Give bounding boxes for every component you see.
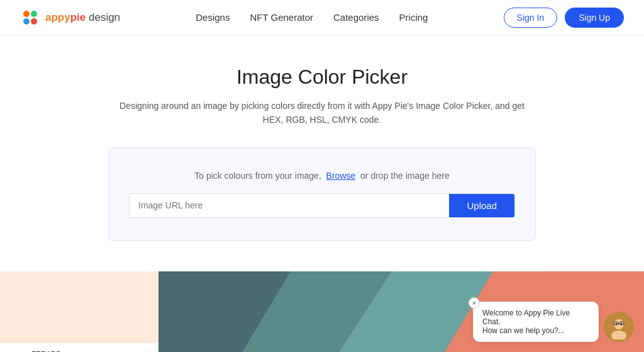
header: appypie design Designs NFT Generator Cat… (0, 0, 644, 35)
main-nav: Designs NFT Generator Categories Pricing (196, 12, 428, 23)
nav-item-pricing[interactable]: Pricing (399, 12, 428, 23)
logo-icon (20, 8, 40, 28)
signup-button[interactable]: Sign Up (565, 8, 624, 28)
svg-point-14 (621, 323, 623, 325)
header-actions: Sign In Sign Up (504, 8, 624, 28)
color-swatch-bg (0, 271, 158, 343)
upload-row: Upload (129, 193, 515, 218)
page-title: Image Color Picker (13, 65, 631, 89)
nav-item-designs[interactable]: Designs (196, 12, 230, 23)
svg-point-1 (31, 11, 37, 17)
chat-widget: × Welcome to Appy Pie Live Chat. How can… (473, 302, 634, 342)
upload-prompt-text: To pick colours from your image, (194, 171, 321, 181)
hero-wrapper: Image Color Picker Designing around an i… (0, 35, 644, 271)
svg-point-11 (614, 319, 624, 329)
logo[interactable]: appypie design (20, 8, 120, 28)
svg-point-3 (31, 18, 37, 25)
chat-message-line1: Welcome to Appy Pie Live Chat. (482, 309, 589, 326)
hex-copy-icon[interactable]: ⧉ (147, 349, 152, 352)
chat-bubble: × Welcome to Appy Pie Live Chat. How can… (473, 302, 599, 342)
chat-message-line2: How can we help you?... (482, 326, 589, 335)
color-swatch-panel: HEX FFEADB ⧉ RGB 255, 234, 219 ⧉ HSL 25,… (0, 271, 158, 352)
upload-box: To pick colours from your image, Browse … (108, 147, 536, 241)
signin-button[interactable]: Sign In (504, 8, 558, 28)
chat-close-button[interactable]: × (469, 297, 480, 309)
hex-row: HEX FFEADB ⧉ (6, 347, 152, 352)
nav-item-categories[interactable]: Categories (333, 12, 379, 23)
svg-point-13 (616, 323, 618, 325)
url-input[interactable] (130, 194, 449, 217)
nav-item-nft[interactable]: NFT Generator (250, 12, 313, 23)
hero-section: Image Color Picker Designing around an i… (0, 35, 644, 241)
browse-link[interactable]: Browse (326, 171, 356, 181)
svg-point-2 (23, 18, 30, 25)
hero-subtitle: Designing around an image by picking col… (108, 99, 536, 127)
upload-prompt-suffix: or drop the image here (360, 171, 450, 181)
upload-prompt: To pick colours from your image, Browse … (129, 171, 515, 181)
chat-avatar[interactable] (604, 312, 634, 342)
svg-point-0 (23, 11, 30, 17)
upload-button[interactable]: Upload (449, 194, 514, 217)
logo-text: appypie design (45, 11, 120, 24)
avatar-icon (606, 314, 631, 339)
color-info-table: HEX FFEADB ⧉ RGB 255, 234, 219 ⧉ HSL 25,… (0, 343, 158, 352)
